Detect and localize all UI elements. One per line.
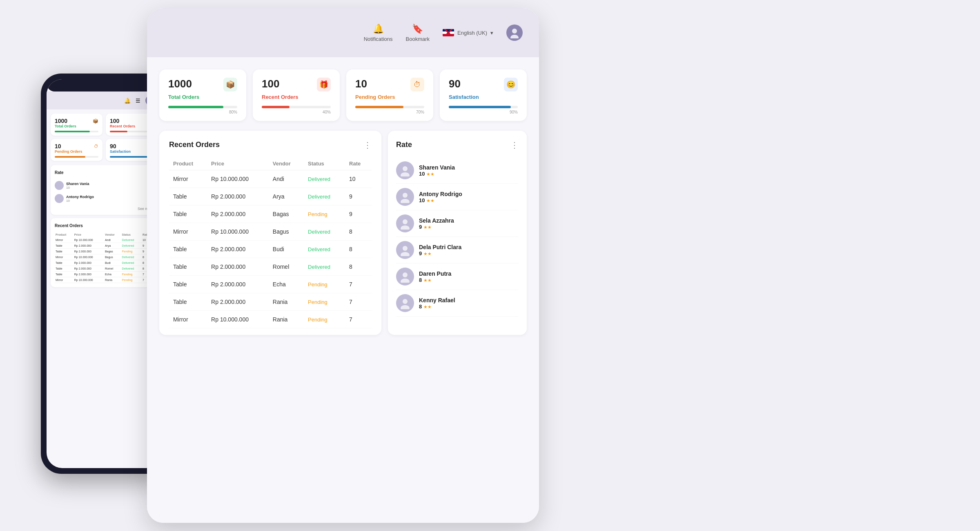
phone-rate-item-1: Antony Rodrigo 10 [55, 192, 154, 205]
phone-col-vendor: Vendor [104, 232, 121, 237]
rate-score-1: 10 ★★ [419, 197, 519, 203]
cell-status-3: Delivered [304, 223, 345, 241]
orders-menu-dots[interactable]: ⋮ [363, 141, 372, 149]
rate-item-0: Sharen Vania 10 ★★ [396, 157, 519, 184]
phone-cell-product-1: Table [55, 243, 74, 249]
stat-bar-3 [449, 106, 518, 108]
phone-rate-avatar-1 [55, 194, 64, 203]
phone-stat-number-3: 90 [110, 143, 116, 149]
rate-name-1: Antony Rodrigo [419, 191, 519, 197]
phone-rate-title: Rate [55, 170, 64, 175]
phone-cell-price-4: Rp 2.000.000 [74, 260, 104, 266]
phone-notch [47, 79, 162, 91]
phone-cell-product-3: Mirror [55, 254, 74, 260]
phone-col-product: Product [55, 232, 74, 237]
phone-cell-vendor-4: Budi [104, 260, 121, 266]
pending-orders-icon: ⏱ [410, 78, 424, 91]
svg-point-6 [403, 219, 408, 224]
tablet-header: 🔔 Notifications 🔖 Bookmark English (UK) … [147, 8, 539, 57]
cell-vendor-6: Echa [269, 276, 304, 293]
rate-name-3: Dela Putri Clara [419, 244, 519, 250]
phone-table-row: Mirror Rp 10.000.000 Bagus Delivered 8 [55, 254, 154, 260]
bell-icon: 🔔 [373, 24, 384, 34]
col-status: Status [304, 157, 345, 170]
phone-stats-grid: 1000 📦 Total Orders 100 🎁 Recent Orders [51, 114, 158, 161]
rate-item-4: Daren Putra 8 ★★ [396, 263, 519, 290]
rate-menu-dots[interactable]: ⋮ [510, 141, 519, 149]
cell-status-4: Delivered [304, 241, 345, 258]
bookmark-label: Bookmark [406, 36, 430, 42]
notifications-button[interactable]: 🔔 Notifications [364, 24, 393, 42]
phone-table-row: Table Rp 2.000.000 Budi Delivered 8 [55, 260, 154, 266]
total-orders-icon: 📦 [223, 78, 237, 91]
cell-vendor-4: Budi [269, 241, 304, 258]
cell-vendor-5: Romel [269, 258, 304, 276]
rate-info-2: Sela Azzahra 9 ★★ [419, 217, 519, 230]
stat-number-3: 90 [449, 78, 461, 90]
phone-cell-vendor-3: Bagus [104, 254, 121, 260]
orders-panel: Recent Orders ⋮ Product Price Vendor Sta… [159, 131, 381, 335]
phone-orders-title: Recent Orders [55, 223, 83, 228]
phone-cell-status-2: Pending [121, 249, 142, 254]
orders-panel-header: Recent Orders ⋮ [169, 141, 372, 149]
phone-cell-vendor-0: Andi [104, 237, 121, 243]
rate-name-5: Kenny Rafael [419, 297, 519, 303]
phone-table-row: Table Rp 2.000.000 Echa Pending 7 [55, 272, 154, 277]
cell-product-1: Table [169, 188, 207, 205]
cell-rate-7: 7 [345, 293, 372, 311]
cell-rate-6: 7 [345, 276, 372, 293]
cell-status-6: Pending [304, 276, 345, 293]
cell-vendor-3: Bagus [269, 223, 304, 241]
recent-orders-icon: 🎁 [317, 78, 331, 91]
tablet-device: 🔔 Notifications 🔖 Bookmark English (UK) … [147, 8, 539, 523]
language-selector[interactable]: English (UK) ▾ [443, 29, 493, 36]
col-rate: Rate [345, 157, 372, 170]
rate-list: Sharen Vania 10 ★★ Antony Rodrigo 10 ★★ [396, 157, 519, 317]
user-avatar[interactable] [506, 25, 523, 41]
rate-info-5: Kenny Rafael 8 ★★ [419, 297, 519, 310]
svg-point-3 [401, 172, 410, 176]
cell-rate-1: 9 [345, 188, 372, 205]
stat-label-2: Pending Orders [355, 94, 424, 100]
cell-product-4: Table [169, 241, 207, 258]
table-row: Table Rp 2.000.000 Bagas Pending 9 [169, 205, 372, 223]
phone-orders-section: Recent Orders ⋮ Product Price Vendor Sta… [51, 218, 158, 287]
rate-avatar-0 [396, 161, 414, 179]
phone-stat-number-0: 1000 [55, 118, 67, 124]
stats-grid: 1000 📦 Total Orders 80% 100 🎁 Recent Ord… [159, 69, 527, 121]
phone-stat-label-0: Total Orders [55, 124, 98, 128]
stat-number-0: 1000 [168, 78, 192, 90]
svg-point-8 [403, 246, 408, 251]
rate-score-5: 8 ★★ [419, 303, 519, 310]
cell-status-7: Pending [304, 293, 345, 311]
cell-vendor-1: Arya [269, 188, 304, 205]
cell-price-0: Rp 10.000.000 [207, 170, 269, 188]
cell-vendor-2: Bagas [269, 205, 304, 223]
phone-cell-product-6: Table [55, 272, 74, 277]
cell-product-6: Table [169, 276, 207, 293]
rate-name-4: Daren Putra [419, 270, 519, 277]
phone-cell-price-1: Rp 2.000.000 [74, 243, 104, 249]
cell-rate-3: 8 [345, 223, 372, 241]
table-row: Table Rp 2.000.000 Rania Pending 7 [169, 293, 372, 311]
rate-name-0: Sharen Vania [419, 164, 519, 171]
svg-point-4 [403, 193, 408, 198]
rate-avatar-3 [396, 241, 414, 259]
phone-table-row: Table Rp 2.000.000 Romel Delivered 8 [55, 266, 154, 272]
svg-point-13 [401, 305, 410, 309]
stat-label-3: Satisfaction [449, 94, 518, 100]
see-more-button[interactable]: See more [55, 207, 154, 211]
phone-rate-score-1: 10 [66, 199, 94, 203]
stat-number-2: 10 [355, 78, 367, 90]
rate-panel-title: Rate [396, 141, 412, 149]
cell-product-0: Mirror [169, 170, 207, 188]
cell-vendor-7: Rania [269, 293, 304, 311]
main-content-area: Recent Orders ⋮ Product Price Vendor Sta… [159, 131, 527, 335]
phone-rate-avatar-0 [55, 181, 64, 190]
bookmark-button[interactable]: 🔖 Bookmark [406, 24, 430, 42]
cell-vendor-0: Andi [269, 170, 304, 188]
svg-point-10 [403, 272, 408, 277]
language-label: English (UK) [457, 30, 487, 36]
stat-pending-orders: 10 ⏱ Pending Orders 70% [346, 69, 433, 121]
phone-stat-number-1: 100 [110, 118, 119, 124]
